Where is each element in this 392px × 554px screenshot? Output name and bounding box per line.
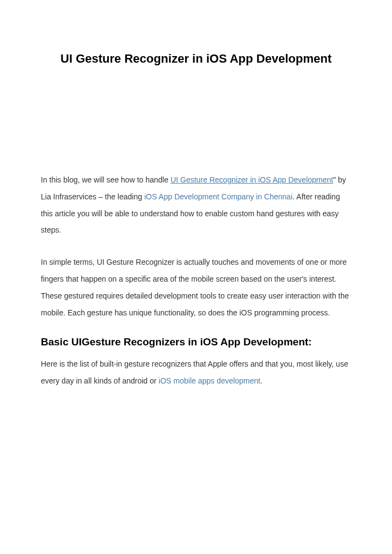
body-paragraph: In simple terms, UI Gesture Recognizer i… xyxy=(41,254,351,321)
section-heading: Basic UIGesture Recognizers in iOS App D… xyxy=(41,336,351,348)
intro-paragraph: In this blog, we will see how to handle … xyxy=(41,172,351,239)
link-ui-gesture-recognizer[interactable]: UI Gesture Recognizer in iOS App Develop… xyxy=(170,175,333,184)
intro-prefix: In this blog, we will see how to handle xyxy=(41,175,170,184)
page-title: UI Gesture Recognizer in iOS App Develop… xyxy=(41,44,351,74)
link-ios-mobile-apps[interactable]: iOS mobile apps development xyxy=(158,376,260,385)
list-intro-paragraph: Here is the list of built-in gesture rec… xyxy=(41,356,351,389)
list-intro-suffix: . xyxy=(260,376,262,385)
link-ios-company-chennai[interactable]: iOS App Development Company in Chennai xyxy=(144,192,292,201)
